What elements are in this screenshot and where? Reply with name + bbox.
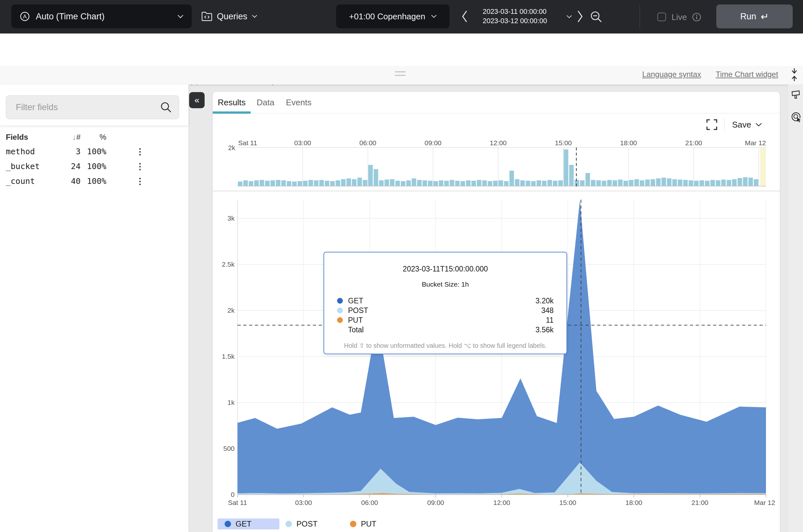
histogram-bar[interactable]: [379, 180, 384, 186]
histogram-bar[interactable]: [363, 180, 367, 186]
histogram-bar[interactable]: [575, 180, 579, 186]
field-row-method[interactable]: method3100%: [0, 145, 188, 160]
histogram-bar[interactable]: [281, 180, 286, 186]
histogram-bar[interactable]: [488, 181, 492, 186]
histogram-bar[interactable]: [542, 180, 546, 186]
histogram-bar[interactable]: [482, 180, 487, 186]
histogram-bar[interactable]: [547, 180, 552, 186]
histogram-bar[interactable]: [727, 180, 731, 186]
histogram-bar[interactable]: [341, 179, 346, 186]
histogram-bar[interactable]: [298, 181, 302, 186]
style-paintbrush-icon[interactable]: [791, 90, 801, 100]
histogram-bar[interactable]: [309, 180, 313, 186]
histogram-bar[interactable]: [477, 180, 481, 186]
histogram-bar[interactable]: [743, 177, 748, 186]
histogram-bar[interactable]: [754, 179, 758, 186]
histogram-bar[interactable]: [694, 180, 698, 186]
histogram-bar[interactable]: [471, 180, 476, 186]
collapse-editor-icon[interactable]: [789, 68, 799, 81]
histogram-bar[interactable]: [347, 178, 351, 186]
fullscreen-icon[interactable]: [706, 119, 717, 130]
histogram-bar[interactable]: [580, 180, 584, 186]
histogram-bar[interactable]: [504, 181, 508, 186]
histogram-bar[interactable]: [651, 179, 655, 186]
histogram-bar[interactable]: [667, 178, 672, 186]
histogram-bar[interactable]: [276, 180, 280, 186]
histogram-bar[interactable]: [243, 180, 248, 186]
field-row-_count[interactable]: _count40100%: [0, 174, 188, 189]
histogram-bar[interactable]: [749, 178, 753, 186]
histogram-bar[interactable]: [645, 180, 650, 186]
histogram-bar[interactable]: [569, 165, 574, 186]
histogram-bar[interactable]: [423, 180, 427, 186]
view-selector-button[interactable]: A Auto (Time Chart): [11, 4, 192, 28]
count-column-header[interactable]: ↓#: [61, 133, 80, 142]
live-checkbox[interactable]: [657, 13, 666, 21]
time-range-display[interactable]: 2023-03-11 00:00:00 2023-03-12 00:00:00: [483, 7, 563, 26]
query-editor[interactable]: 1 timeChart(span=1h, function=count(), s…: [0, 34, 803, 66]
histogram-bar[interactable]: [607, 180, 612, 186]
histogram-bar[interactable]: [444, 180, 449, 186]
resize-drag-handle[interactable]: [395, 75, 406, 76]
histogram-bar[interactable]: [352, 179, 356, 186]
histogram-bar[interactable]: [656, 178, 660, 186]
histogram-bar[interactable]: [401, 181, 405, 186]
collapse-sidebar-button[interactable]: «: [189, 92, 205, 108]
field-row-_bucket[interactable]: _bucket24100%: [0, 160, 188, 174]
histogram-bar[interactable]: [238, 182, 242, 186]
histogram-bar[interactable]: [661, 178, 666, 186]
histogram-bar[interactable]: [553, 180, 558, 186]
tab-results[interactable]: Results: [213, 92, 251, 113]
histogram-bar[interactable]: [711, 180, 715, 186]
resize-drag-handle[interactable]: [395, 71, 406, 73]
field-menu-kebab-icon[interactable]: [137, 176, 143, 187]
histogram-bar[interactable]: [618, 180, 622, 186]
histogram-bar[interactable]: [260, 180, 264, 186]
histogram-bar[interactable]: [292, 182, 297, 186]
histogram-bar[interactable]: [265, 180, 270, 186]
histogram-bar[interactable]: [439, 180, 443, 186]
histogram-bar[interactable]: [716, 180, 720, 186]
histogram-bar[interactable]: [737, 178, 742, 186]
timechart-area-chart[interactable]: 05001k1.5k2k2.5k3kSat 1103:0006:0009:001…: [213, 193, 780, 515]
histogram-bar[interactable]: [678, 180, 682, 186]
histogram-bar[interactable]: [564, 149, 568, 186]
interactions-click-icon[interactable]: [791, 111, 802, 122]
histogram-bar[interactable]: [520, 180, 525, 186]
run-button[interactable]: Run ↵: [716, 4, 793, 28]
histogram-bar[interactable]: [596, 180, 601, 186]
histogram-bar[interactable]: [336, 180, 340, 186]
histogram-bar[interactable]: [406, 180, 411, 186]
percent-column-header[interactable]: %: [81, 133, 106, 142]
histogram-bar[interactable]: [705, 180, 710, 186]
histogram-bar[interactable]: [515, 179, 519, 186]
time-range-next-button[interactable]: [577, 10, 583, 23]
timezone-selector-button[interactable]: +01:00 Copenhagen: [336, 4, 449, 28]
histogram-bar[interactable]: [303, 180, 307, 186]
time-chart-widget-link[interactable]: Time Chart widget: [716, 70, 778, 79]
histogram-bar[interactable]: [558, 180, 563, 186]
tab-data[interactable]: Data: [252, 92, 279, 113]
histogram-bar[interactable]: [390, 179, 394, 186]
histogram-bar[interactable]: [428, 180, 432, 186]
histogram-bar[interactable]: [509, 171, 514, 186]
histogram-bar[interactable]: [629, 180, 634, 186]
histogram-bar[interactable]: [640, 180, 644, 186]
time-range-chevron-down-icon[interactable]: [566, 15, 572, 18]
histogram-bar[interactable]: [699, 180, 704, 186]
histogram-bar[interactable]: [613, 180, 617, 186]
legend-item-put[interactable]: PUT: [350, 518, 376, 529]
histogram-bar[interactable]: [623, 180, 628, 186]
histogram-bar[interactable]: [374, 169, 378, 186]
time-range-previous-button[interactable]: [462, 10, 468, 23]
histogram-bar[interactable]: [330, 181, 335, 186]
histogram-bar[interactable]: [672, 179, 677, 186]
histogram-bar[interactable]: [683, 180, 688, 186]
histogram-bar[interactable]: [412, 178, 416, 186]
histogram-bar[interactable]: [537, 180, 541, 186]
histogram-bar[interactable]: [689, 180, 693, 186]
histogram-bar[interactable]: [395, 180, 400, 186]
histogram-bar[interactable]: [287, 181, 291, 186]
histogram-bar[interactable]: [325, 180, 329, 186]
field-menu-kebab-icon[interactable]: [137, 147, 143, 158]
